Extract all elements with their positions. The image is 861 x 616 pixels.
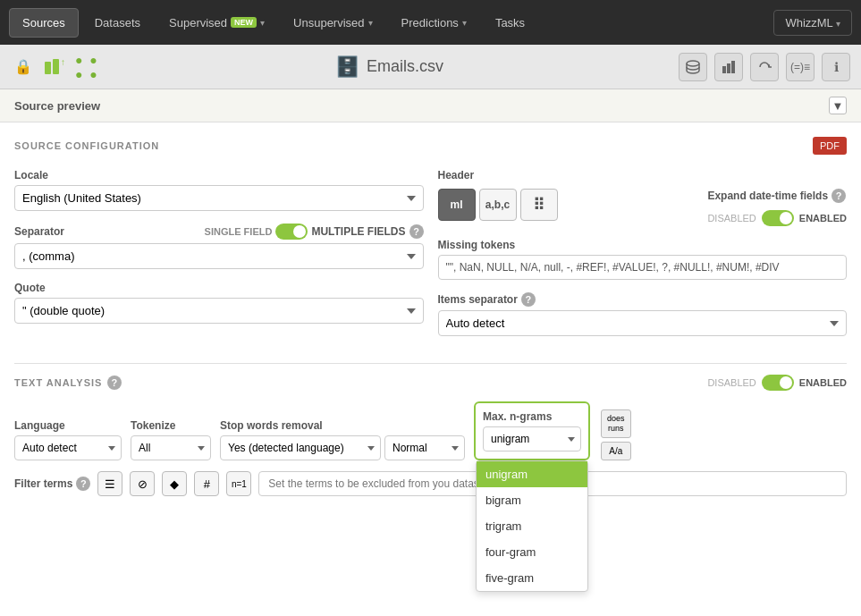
- toolbar-right: (=)≡ ℹ: [679, 53, 850, 81]
- toolbar: 🔒 ↑ ● ● ● ● 🗄️ Emails.csv (=)≡ ℹ: [0, 45, 861, 89]
- ngrams-option-bigram[interactable]: bigram: [477, 487, 587, 513]
- expand-datetime-group: Expand date-time fields ? DISABLED ENABL…: [707, 189, 847, 226]
- ngrams-option-five-gram[interactable]: five-gram: [477, 565, 587, 591]
- equals-icon-btn[interactable]: (=)≡: [786, 53, 815, 81]
- filter-list-icon[interactable]: ☰: [97, 471, 122, 496]
- filename: Emails.csv: [367, 57, 443, 76]
- toolbar-title: 🗄️ Emails.csv: [107, 55, 671, 79]
- nav-whizzml[interactable]: WhizzML ▾: [773, 10, 852, 36]
- header-ml-btn[interactable]: ml: [438, 189, 476, 221]
- stop-words-select[interactable]: Yes (detected language): [220, 435, 381, 460]
- nav-datasets[interactable]: Datasets: [82, 9, 153, 37]
- chart-icon-btn[interactable]: [714, 53, 743, 81]
- filter-n1-icon[interactable]: n=1: [226, 471, 251, 496]
- nav-unsupervised[interactable]: Unsupervised ▾: [281, 9, 385, 37]
- missing-tokens-label: Missing tokens: [438, 239, 848, 251]
- unsupervised-chevron-icon: ▾: [368, 18, 373, 28]
- filter-stop-icon[interactable]: ⊘: [130, 471, 155, 496]
- separator-select[interactable]: , (comma): [14, 243, 424, 269]
- aa-btn[interactable]: A/a: [601, 442, 631, 460]
- nav-whizzml-label: WhizzML: [785, 16, 832, 30]
- ngrams-option-unigram[interactable]: unigram: [477, 461, 587, 487]
- ngrams-option-four-gram[interactable]: four-gram: [477, 539, 587, 565]
- nav-tasks[interactable]: Tasks: [483, 9, 537, 37]
- stop-words-label: Stop words removal: [220, 419, 465, 432]
- tokenize-field: Tokenize All: [131, 419, 211, 460]
- lock-icon[interactable]: 🔒: [11, 55, 36, 80]
- stop-words-field: Stop words removal Yes (detected languag…: [220, 419, 465, 460]
- ngrams-label: Max. n-grams: [483, 410, 581, 423]
- data-icon-btn[interactable]: [679, 53, 707, 81]
- text-analysis-toggle[interactable]: [762, 375, 794, 391]
- items-separator-label: Items separator ?: [438, 292, 848, 307]
- status-icon: ↑: [43, 55, 68, 80]
- items-separator-select[interactable]: Auto detect: [438, 310, 848, 336]
- pdf-button[interactable]: PDF: [813, 137, 847, 155]
- svg-rect-0: [45, 62, 51, 74]
- expand-preview-btn[interactable]: ▼: [829, 97, 847, 114]
- items-separator-help-icon[interactable]: ?: [521, 292, 536, 307]
- nav-unsupervised-label: Unsupervised: [293, 16, 365, 30]
- header-options: ml a,b,c ⠿ Expand date-time fields ? DIS…: [438, 189, 848, 226]
- text-analysis-help-icon[interactable]: ?: [107, 376, 122, 390]
- quote-select[interactable]: " (double quote): [14, 298, 424, 324]
- filter-hash-icon[interactable]: #: [194, 471, 219, 496]
- source-preview-label: Source preview: [14, 99, 100, 113]
- config-left: Locale English (United States) Separator…: [14, 169, 424, 349]
- ta-enabled-label: ENABLED: [799, 377, 847, 388]
- source-config-header: SOURCE CONFIGURATION PDF: [14, 137, 847, 155]
- text-analysis-header: TEXT ANALYSIS ? DISABLED ENABLED: [14, 375, 847, 391]
- filter-terms-row: Filter terms ? ☰ ⊘ ◆ # n=1: [14, 471, 847, 496]
- nav-sources-label: Sources: [22, 16, 65, 30]
- datetime-toggle[interactable]: [762, 210, 794, 226]
- svg-rect-6: [731, 61, 735, 73]
- nav-predictions-label: Predictions: [401, 16, 459, 30]
- svg-point-3: [687, 61, 699, 66]
- header-abc-btn[interactable]: a,b,c: [479, 189, 517, 221]
- locale-select[interactable]: English (United States): [14, 185, 424, 211]
- multiple-fields-label: MULTIPLE FIELDS: [311, 225, 405, 238]
- language-field: Language Auto detect: [14, 419, 122, 460]
- filter-diamond-icon[interactable]: ◆: [162, 471, 187, 496]
- refresh-icon-btn[interactable]: [750, 53, 779, 81]
- separator-toggle[interactable]: [275, 224, 308, 240]
- header-label: Header: [438, 169, 848, 181]
- config-right: Header ml a,b,c ⠿ Expand date-time field…: [438, 169, 848, 349]
- expand-datetime-label: Expand date-time fields ?: [707, 189, 847, 203]
- datetime-help-icon[interactable]: ?: [831, 189, 846, 203]
- svg-rect-5: [727, 63, 730, 73]
- stop-words-level-select[interactable]: Normal: [384, 435, 465, 460]
- config-grid: Locale English (United States) Separator…: [14, 169, 847, 349]
- ngrams-dropdown: unigram bigram trigram four-gram five-gr…: [476, 460, 588, 592]
- ngrams-select[interactable]: unigram: [483, 426, 581, 451]
- nav-sources[interactable]: Sources: [9, 8, 79, 38]
- filter-terms-label: Filter terms ?: [14, 477, 90, 491]
- predictions-chevron-icon: ▾: [462, 18, 467, 28]
- header-dots-btn[interactable]: ⠿: [520, 189, 558, 221]
- svg-rect-1: [53, 59, 59, 74]
- does-runs-btn[interactable]: doesruns: [601, 409, 631, 438]
- ngrams-section: Max. n-grams unigram unigram bigram trig…: [474, 401, 631, 460]
- text-analysis-title: TEXT ANALYSIS ?: [14, 376, 122, 390]
- svg-text:↑: ↑: [61, 57, 65, 67]
- tokenize-select[interactable]: All: [131, 435, 211, 460]
- items-separator-group: Items separator ? Auto detect: [438, 292, 848, 336]
- ta-disabled-label: DISABLED: [707, 377, 755, 388]
- missing-tokens-input[interactable]: [438, 255, 848, 280]
- language-select[interactable]: Auto detect: [14, 435, 122, 460]
- nav-supervised[interactable]: Supervised NEW ▾: [156, 9, 277, 37]
- locale-label: Locale: [14, 169, 424, 181]
- nav-predictions[interactable]: Predictions ▾: [389, 9, 479, 37]
- filter-terms-help-icon[interactable]: ?: [76, 477, 90, 491]
- supervised-badge: NEW: [231, 17, 257, 28]
- nav-supervised-label: Supervised: [169, 16, 227, 30]
- quote-group: Quote " (double quote): [14, 282, 424, 324]
- separator-group: Separator SINGLE FIELD MULTIPLE FIELDS ?…: [14, 224, 424, 269]
- info-icon-btn[interactable]: ℹ: [822, 53, 850, 81]
- ngrams-option-trigram[interactable]: trigram: [477, 513, 587, 539]
- ta-toggle-knob: [780, 376, 792, 389]
- side-buttons: doesruns A/a: [601, 409, 631, 460]
- separator-help-icon[interactable]: ?: [409, 224, 424, 239]
- source-config-title: SOURCE CONFIGURATION: [14, 140, 159, 151]
- source-preview-bar: Source preview ▼: [0, 89, 861, 122]
